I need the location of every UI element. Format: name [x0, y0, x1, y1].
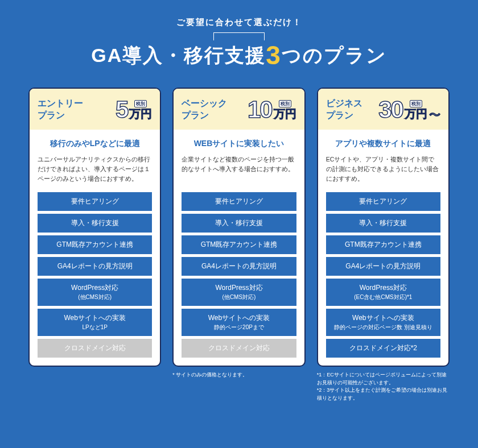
features-list: 要件ヒアリング導入・移行支援GTM既存アカウント連携GA4レポートの見方説明Wo…	[182, 192, 296, 358]
plan-description: 企業サイトなど複数のページを持つ一般的なサイトへ導入する場合におすすめ。	[182, 155, 296, 184]
plan-header: ビジネス プラン30税別万円〜	[318, 89, 448, 130]
plan-card: ビジネス プラン30税別万円〜アプリや複数サイトに最適ECサイトや、アプリ・複数…	[317, 88, 450, 367]
plan-footnote	[28, 371, 161, 402]
feature-item: GTM既存アカウント連携	[326, 235, 440, 254]
feature-sublabel: (他CMS対応)	[184, 293, 294, 301]
feature-item: GTM既存アカウント連携	[38, 235, 152, 254]
feature-label: 導入・移行支援	[215, 219, 263, 227]
price-block: 30税別万円〜	[378, 98, 440, 122]
feature-sublabel: 静的ページ20Pまで	[184, 323, 294, 331]
feature-item: 導入・移行支援	[38, 214, 152, 233]
price-unit: 万円	[274, 108, 296, 119]
feature-item: クロスドメイン対応	[182, 339, 296, 358]
feature-item: 要件ヒアリング	[326, 192, 440, 211]
plan-card: エントリー プラン5税別万円移行のみやLPなどに最適ユニバーサルアナリティクスか…	[28, 88, 161, 367]
price-unit-wrap: 税別万円	[129, 100, 152, 119]
price-suffix: 〜	[429, 109, 440, 121]
subtitle: ご要望に合わせて選ぶだけ！	[28, 17, 450, 28]
feature-label: WordPress対応	[215, 284, 262, 292]
feature-item: 要件ヒアリング	[38, 192, 152, 211]
feature-label: Webサイトへの実装	[64, 314, 125, 322]
page-header: ご要望に合わせて選ぶだけ！ GA導入・移行支援3つのプラン	[28, 17, 450, 70]
plan-body: アプリや複数サイトに最適ECサイトや、アプリ・複数サイト間での計測にも対応できる…	[318, 130, 448, 366]
feature-label: 要件ヒアリング	[359, 197, 407, 205]
plan-header: エントリー プラン5税別万円	[30, 89, 160, 130]
price-unit-wrap: 税別万円	[405, 100, 427, 119]
plan-name: ベーシック プラン	[182, 98, 227, 122]
feature-label: クロスドメイン対応	[64, 344, 126, 352]
feature-label: クロスドメイン対応*2	[349, 344, 417, 352]
tax-badge: 税別	[134, 100, 147, 107]
price-number: 10	[248, 98, 272, 122]
price-block: 10税別万円	[248, 98, 296, 122]
feature-item: WordPress対応(EC含む他CMS対応)*1	[326, 279, 440, 306]
price-number: 30	[378, 98, 403, 122]
plan-heading: WEBサイトに実装したい	[182, 139, 296, 149]
footnotes-row: * サイトのみの価格となります。*1：ECサイトについてはページボリュームによっ…	[28, 367, 450, 402]
plan-description: ECサイトや、アプリ・複数サイト間での計測にも対応できるようにしたい場合におすす…	[326, 155, 440, 184]
feature-label: クロスドメイン対応	[208, 344, 270, 352]
feature-sublabel: (他CMS対応)	[40, 293, 150, 301]
price-unit-wrap: 税別万円	[274, 100, 296, 119]
feature-label: 導入・移行支援	[71, 219, 119, 227]
feature-item: GA4レポートの見方説明	[182, 257, 296, 276]
price-block: 5税別万円	[116, 98, 152, 122]
feature-label: GA4レポートの見方説明	[345, 262, 421, 270]
price-unit: 万円	[405, 108, 427, 119]
plan-name: ビジネス プラン	[326, 98, 362, 122]
feature-item: GA4レポートの見方説明	[326, 257, 440, 276]
plan-header: ベーシック プラン10税別万円	[174, 89, 304, 130]
price-number: 5	[116, 98, 127, 122]
title-number: 3	[266, 40, 282, 70]
feature-label: 導入・移行支援	[359, 219, 407, 227]
feature-label: Webサイトへの実装	[208, 314, 270, 322]
price-unit: 万円	[129, 108, 152, 119]
page-title: GA導入・移行支援3つのプラン	[28, 40, 450, 70]
plan-card: ベーシック プラン10税別万円WEBサイトに実装したい企業サイトなど複数のページ…	[172, 88, 305, 367]
feature-label: GA4レポートの見方説明	[57, 262, 133, 270]
divider-icon	[28, 32, 450, 33]
feature-label: WordPress対応	[360, 284, 407, 292]
tax-badge: 税別	[279, 100, 291, 107]
feature-item: Webサイトへの実装静的ページ20Pまで	[182, 309, 296, 336]
feature-item: GTM既存アカウント連携	[182, 235, 296, 254]
plan-body: 移行のみやLPなどに最適ユニバーサルアナリティクスからの移行だけできればよい、導…	[30, 130, 160, 366]
feature-item: 導入・移行支援	[326, 214, 440, 233]
plan-footnote: * サイトのみの価格となります。	[172, 371, 305, 402]
feature-label: GTM既存アカウント連携	[345, 240, 422, 248]
feature-item: 要件ヒアリング	[182, 192, 296, 211]
feature-label: GA4レポートの見方説明	[201, 262, 277, 270]
feature-item: WordPress対応(他CMS対応)	[38, 279, 152, 306]
tax-badge: 税別	[410, 100, 422, 107]
features-list: 要件ヒアリング導入・移行支援GTM既存アカウント連携GA4レポートの見方説明Wo…	[38, 192, 152, 358]
feature-item: クロスドメイン対応	[38, 339, 152, 358]
feature-label: 要件ヒアリング	[215, 197, 263, 205]
plan-footnote: *1：ECサイトについてはページボリュームによって別途お見積りの可能性がございま…	[317, 371, 450, 402]
plan-body: WEBサイトに実装したい企業サイトなど複数のページを持つ一般的なサイトへ導入する…	[174, 130, 304, 366]
feature-label: GTM既存アカウント連携	[201, 240, 278, 248]
feature-label: 要件ヒアリング	[71, 197, 119, 205]
feature-label: WordPress対応	[71, 284, 118, 292]
feature-item: Webサイトへの実装静的ページの対応ページ数 別途見積り	[326, 309, 440, 336]
feature-item: 導入・移行支援	[182, 214, 296, 233]
feature-item: クロスドメイン対応*2	[326, 339, 440, 358]
feature-item: GA4レポートの見方説明	[38, 257, 152, 276]
plan-name: エントリー プラン	[38, 98, 83, 122]
plans-row: エントリー プラン5税別万円移行のみやLPなどに最適ユニバーサルアナリティクスか…	[28, 88, 450, 367]
plan-heading: アプリや複数サイトに最適	[326, 139, 440, 149]
feature-item: Webサイトへの実装LPなど1P	[38, 309, 152, 336]
feature-label: GTM既存アカウント連携	[56, 240, 133, 248]
title-suffix: つのプラン	[282, 44, 387, 66]
feature-sublabel: 静的ページの対応ページ数 別途見積り	[328, 323, 438, 331]
plan-description: ユニバーサルアナリティクスからの移行だけできればよい、導入するページは１ページの…	[38, 155, 152, 184]
feature-sublabel: LPなど1P	[40, 323, 150, 331]
feature-item: WordPress対応(他CMS対応)	[182, 279, 296, 306]
feature-label: Webサイトへの実装	[352, 314, 414, 322]
plan-heading: 移行のみやLPなどに最適	[38, 139, 152, 149]
title-prefix: GA導入・移行支援	[91, 44, 266, 66]
features-list: 要件ヒアリング導入・移行支援GTM既存アカウント連携GA4レポートの見方説明Wo…	[326, 192, 440, 358]
feature-sublabel: (EC含む他CMS対応)*1	[328, 293, 438, 301]
